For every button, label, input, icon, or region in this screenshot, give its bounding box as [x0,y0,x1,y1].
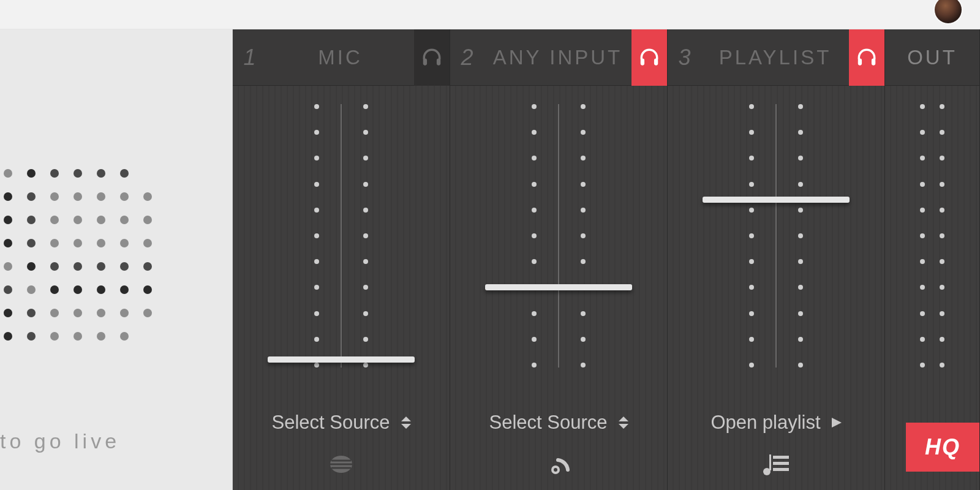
channel-label: MIC [266,46,414,69]
fader-track[interactable] [752,104,801,368]
fader-area [668,86,884,404]
monitor-toggle[interactable] [631,29,667,86]
svg-rect-16 [773,468,789,471]
avatar[interactable] [935,0,962,23]
source-select[interactable]: Select Source [450,404,667,441]
playlist-icon [761,452,791,479]
channel-label: PLAYLIST [701,46,849,69]
svg-rect-7 [654,58,658,65]
svg-rect-13 [769,454,771,470]
fader-track[interactable] [317,104,366,368]
hq-label: HQ [925,434,960,460]
channel-1: 1 MIC Select Source [233,29,450,490]
channel-number: 2 [450,45,484,70]
channel-header: 3 PLAYLIST [668,29,884,86]
stream-icon [543,449,574,482]
channel-footer [450,441,667,490]
channel-footer [668,441,884,490]
arrow-right-icon [832,418,842,428]
monitor-toggle[interactable] [849,29,884,86]
sidebar: to go live [0,29,233,490]
top-bar [0,0,980,29]
speaker-grille-graphic [0,91,172,409]
updown-icon [619,417,628,429]
headphones-icon [855,46,878,69]
output-meter [920,104,944,368]
fader-thumb[interactable] [703,197,850,203]
monitor-toggle[interactable] [414,29,450,86]
mic-grille-icon [328,451,355,480]
headphones-icon [638,46,661,69]
channel-out: OUT HQ [885,29,980,490]
fader-area [233,86,450,404]
mixer-strip-area: 1 MIC Select Source [233,29,980,490]
source-select-label: Select Source [272,412,390,434]
source-select-label: Select Source [489,412,608,434]
fader-area [450,86,667,404]
svg-rect-15 [773,462,789,465]
svg-rect-10 [858,58,862,65]
svg-rect-6 [641,58,644,65]
channel-2: 2 ANY INPUT Select Source [450,29,668,490]
channel-footer [233,441,450,490]
svg-point-9 [554,468,557,472]
svg-rect-1 [437,58,440,65]
svg-rect-0 [423,58,427,65]
channel-number: 3 [668,45,701,70]
channel-number: 1 [233,45,266,70]
go-live-label: to go live [0,429,120,453]
main: to go live 1 MIC Select Source [0,29,980,490]
channel-header: 1 MIC [233,29,450,86]
headphones-icon [420,46,443,69]
hq-badge[interactable]: HQ [906,423,979,472]
channel-header: OUT [885,29,979,86]
channel-header: 2 ANY INPUT [450,29,667,86]
channel-label: OUT [885,46,979,69]
fader-thumb[interactable] [485,284,632,290]
channel-3: 3 PLAYLIST Open playlist [668,29,885,490]
fader-thumb[interactable] [268,356,415,363]
svg-rect-11 [872,58,875,65]
updown-icon [401,417,411,429]
source-select-label: Open playlist [710,412,820,434]
source-select[interactable]: Select Source [233,404,450,441]
svg-rect-14 [773,456,789,459]
fader-track[interactable] [534,104,583,368]
channel-label: ANY INPUT [484,46,631,69]
open-playlist[interactable]: Open playlist [668,404,884,441]
